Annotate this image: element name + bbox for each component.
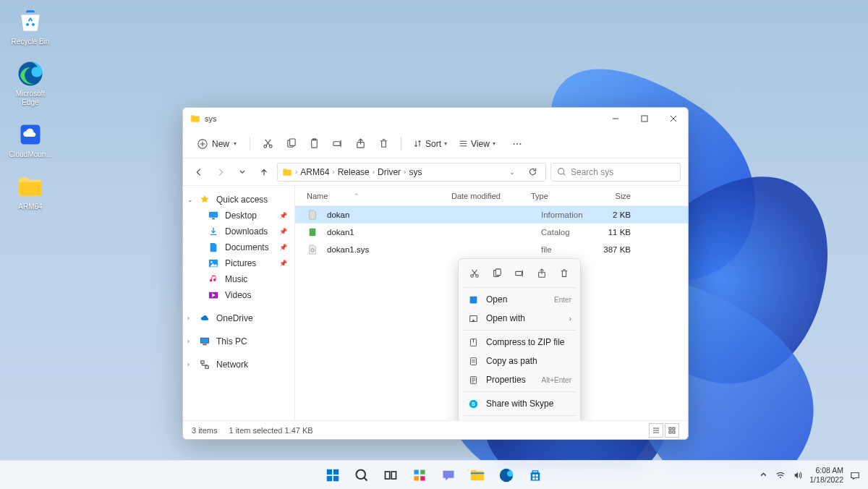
column-size[interactable]: Size bbox=[592, 192, 635, 200]
crumb-sys[interactable]: sys bbox=[409, 167, 422, 177]
sidebar-thispc[interactable]: ›This PC bbox=[183, 333, 294, 349]
sidebar-network[interactable]: ›Network bbox=[183, 357, 294, 373]
sidebar-item-videos[interactable]: Videos bbox=[183, 287, 294, 303]
details-view-button[interactable] bbox=[649, 423, 663, 438]
status-count: 3 items bbox=[192, 426, 217, 435]
file-row-dokan1sys[interactable]: dokan1.sys file 387 KB bbox=[295, 241, 688, 258]
properties-icon bbox=[467, 374, 479, 386]
notifications-icon[interactable] bbox=[849, 469, 861, 481]
up-button[interactable] bbox=[255, 163, 273, 181]
svg-rect-75 bbox=[333, 475, 339, 480]
crumb-driver[interactable]: Driver bbox=[378, 167, 401, 177]
tray-chevron-icon[interactable] bbox=[757, 469, 769, 481]
search-button[interactable] bbox=[349, 462, 375, 488]
tray-time: 6:08 AM bbox=[815, 466, 843, 475]
file-type: Information bbox=[527, 211, 592, 219]
ctx-skype[interactable]: SShare with Skype bbox=[459, 394, 580, 413]
sidebar-item-documents[interactable]: Documents📌 bbox=[183, 239, 294, 255]
rename-button[interactable] bbox=[327, 134, 347, 154]
file-type: Catalog bbox=[527, 228, 592, 237]
search-icon bbox=[557, 167, 566, 177]
refresh-button[interactable] bbox=[524, 163, 541, 181]
svg-rect-74 bbox=[327, 475, 332, 480]
view-icon bbox=[459, 139, 468, 148]
sidebar-item-downloads[interactable]: Downloads📌 bbox=[183, 224, 294, 239]
desktop-icon-edge[interactable]: Microsoft Edge bbox=[7, 59, 54, 107]
desktop-icon-arm64[interactable]: ARM64 bbox=[7, 172, 54, 211]
sidebar-item-desktop[interactable]: Desktop📌 bbox=[183, 208, 294, 224]
desktop-icon-recycle-bin[interactable]: Recycle Bin bbox=[7, 7, 54, 46]
desktop-icon-cloudmount[interactable]: CloudMoun... bbox=[7, 120, 54, 159]
back-button[interactable] bbox=[190, 163, 208, 181]
sidebar-quick-access[interactable]: ⌄ Quick access bbox=[183, 192, 294, 208]
explorer-button[interactable] bbox=[464, 462, 490, 488]
file-row-dokan[interactable]: dokan Information 2 KB bbox=[295, 206, 688, 224]
svg-rect-70 bbox=[669, 431, 671, 433]
svg-rect-81 bbox=[420, 469, 425, 474]
share-button[interactable] bbox=[350, 134, 370, 154]
recent-button[interactable] bbox=[234, 163, 251, 181]
ctx-copy-button[interactable] bbox=[488, 265, 506, 282]
sort-button[interactable]: Sort ▾ bbox=[409, 136, 451, 152]
sidebar-onedrive[interactable]: ›OneDrive bbox=[183, 310, 294, 326]
sidebar-item-music[interactable]: Music bbox=[183, 271, 294, 287]
ctx-properties[interactable]: PropertiesAlt+Enter bbox=[459, 370, 580, 389]
more-button[interactable] bbox=[507, 134, 527, 154]
column-name[interactable]: Name⌃ bbox=[302, 192, 447, 200]
sort-icon bbox=[413, 139, 422, 148]
ctx-cut-button[interactable] bbox=[466, 265, 483, 282]
forward-button[interactable] bbox=[212, 163, 229, 181]
cut-button[interactable] bbox=[258, 134, 278, 154]
maximize-button[interactable] bbox=[630, 108, 659, 129]
plus-circle-icon bbox=[197, 139, 208, 149]
file-row-dokan1[interactable]: dokan1 Catalog 11 KB bbox=[295, 224, 688, 241]
view-button[interactable]: View ▾ bbox=[454, 136, 500, 152]
sidebar-label: Network bbox=[216, 360, 248, 370]
copy-button[interactable] bbox=[281, 134, 301, 154]
ctx-share-button[interactable] bbox=[533, 265, 550, 282]
file-name: dokan1 bbox=[327, 228, 354, 237]
volume-icon[interactable] bbox=[792, 469, 804, 481]
chat-button[interactable] bbox=[435, 462, 461, 488]
desktop-icon-label: Recycle Bin bbox=[12, 38, 50, 46]
ctx-copypath[interactable]: Copy as path bbox=[459, 352, 580, 370]
sidebar-item-pictures[interactable]: Pictures📌 bbox=[183, 255, 294, 271]
pin-icon: 📌 bbox=[279, 260, 287, 267]
taskview-button[interactable] bbox=[378, 462, 404, 488]
ctx-compress[interactable]: Compress to ZIP file bbox=[459, 333, 580, 352]
svg-rect-46 bbox=[516, 271, 522, 275]
ctx-delete-button[interactable] bbox=[556, 265, 573, 282]
paste-button[interactable] bbox=[304, 134, 324, 154]
close-button[interactable] bbox=[659, 108, 688, 129]
ctx-more[interactable]: Show more optionsShift+F10 bbox=[459, 418, 580, 420]
column-type[interactable]: Type bbox=[527, 192, 592, 200]
tray-clock[interactable]: 6:08 AM 1/18/2022 bbox=[809, 466, 843, 483]
column-date[interactable]: Date modified bbox=[447, 192, 527, 200]
new-button[interactable]: New ▾ bbox=[192, 136, 242, 152]
delete-button[interactable] bbox=[373, 134, 393, 154]
svg-rect-87 bbox=[536, 474, 538, 476]
icons-view-button[interactable] bbox=[665, 423, 679, 438]
svg-rect-50 bbox=[469, 315, 477, 321]
dropdown-icon[interactable]: ⌄ bbox=[509, 169, 515, 176]
svg-rect-69 bbox=[673, 428, 675, 430]
tray-date: 1/18/2022 bbox=[809, 475, 843, 484]
crumb-release[interactable]: Release bbox=[338, 167, 370, 177]
view-label: View bbox=[471, 139, 490, 149]
store-button[interactable] bbox=[522, 462, 548, 488]
status-selection: 1 item selected 1.47 KB bbox=[229, 426, 312, 435]
ctx-rename-button[interactable] bbox=[511, 265, 528, 282]
ctx-open[interactable]: OpenEnter bbox=[459, 290, 580, 309]
sys-file-icon bbox=[307, 244, 318, 255]
search-placeholder: Search sys bbox=[571, 167, 613, 177]
svg-rect-37 bbox=[205, 366, 208, 369]
crumb-arm64[interactable]: ARM64 bbox=[300, 167, 329, 177]
edge-button[interactable] bbox=[493, 462, 519, 488]
widgets-button[interactable] bbox=[407, 462, 433, 488]
ctx-openwith[interactable]: Open with› bbox=[459, 309, 580, 328]
wifi-icon[interactable] bbox=[775, 469, 786, 481]
start-button[interactable] bbox=[320, 462, 346, 488]
search-input[interactable]: Search sys bbox=[550, 163, 681, 182]
minimize-button[interactable] bbox=[601, 108, 630, 129]
breadcrumb[interactable]: › ARM64 › Release › Driver › sys ⌄ bbox=[277, 163, 546, 182]
